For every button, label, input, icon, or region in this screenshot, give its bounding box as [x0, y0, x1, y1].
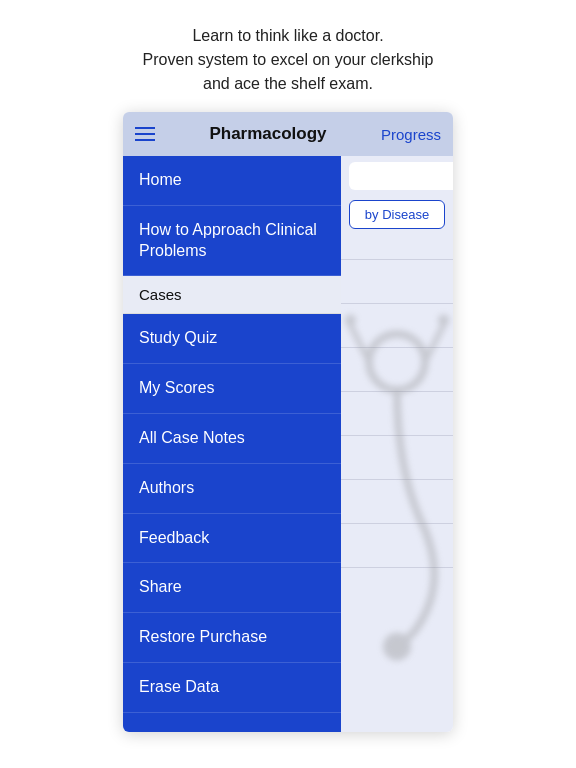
svg-line-2 — [350, 325, 369, 362]
menu-item-my-scores[interactable]: My Scores — [123, 364, 341, 414]
svg-point-5 — [438, 314, 449, 325]
menu-item-authors[interactable]: Authors — [123, 464, 341, 514]
menu-item-erase-data[interactable]: Erase Data — [123, 663, 341, 713]
menu-item-all-case-notes[interactable]: All Case Notes — [123, 414, 341, 464]
menu-item-home[interactable]: Home — [123, 156, 341, 206]
nav-progress-button[interactable]: Progress — [381, 126, 441, 143]
menu-item-feedback[interactable]: Feedback — [123, 514, 341, 564]
menu-item-restore-purchase[interactable]: Restore Purchase — [123, 613, 341, 663]
svg-point-1 — [383, 633, 411, 661]
stethoscope-image — [341, 216, 453, 732]
stethoscope-area — [341, 216, 453, 732]
hamburger-icon[interactable] — [135, 127, 155, 141]
left-menu: Home How to Approach Clinical Problems C… — [123, 156, 341, 732]
content-area: Home How to Approach Clinical Problems C… — [123, 156, 453, 732]
svg-line-3 — [425, 325, 444, 362]
menu-item-study-quiz[interactable]: Study Quiz — [123, 314, 341, 364]
search-input[interactable] — [349, 162, 453, 190]
nav-bar: Pharmacology Progress — [123, 112, 453, 156]
menu-item-share[interactable]: Share — [123, 563, 341, 613]
phone-frame: Pharmacology Progress Home How to Approa… — [123, 112, 453, 732]
menu-section-cases: Cases — [123, 276, 341, 314]
promo-text: Learn to think like a doctor. Proven sys… — [0, 0, 576, 112]
svg-point-4 — [345, 314, 356, 325]
nav-title: Pharmacology — [209, 124, 326, 144]
search-row: Cancel — [341, 156, 453, 196]
menu-item-how-to-approach[interactable]: How to Approach Clinical Problems — [123, 206, 341, 277]
right-panel: Cancel by Disease — [341, 156, 453, 732]
svg-point-0 — [369, 334, 425, 390]
